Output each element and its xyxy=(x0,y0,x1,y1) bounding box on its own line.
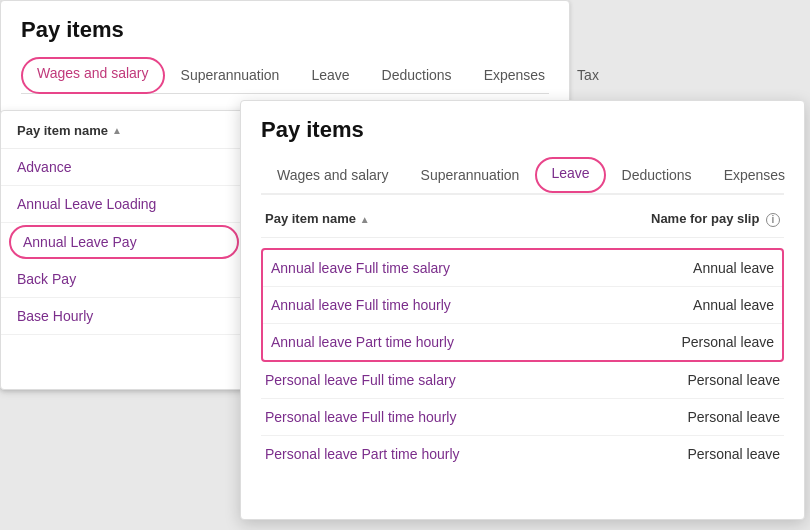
left-panel: Pay item name ▲ Advance Annual Leave Loa… xyxy=(0,110,248,390)
tab-back-wages[interactable]: Wages and salary xyxy=(21,57,165,94)
info-icon[interactable]: i xyxy=(766,213,780,227)
normal-rows-section: Personal leave Full time salary Personal… xyxy=(261,362,784,472)
list-item-annual-leave-pay[interactable]: Annual Leave Pay xyxy=(9,225,239,259)
tab-front-leave[interactable]: Leave xyxy=(535,157,605,193)
pay-item-name-col-header: Pay item name ▲ xyxy=(17,123,231,138)
row-name-2[interactable]: Annual leave Full time hourly xyxy=(271,297,451,313)
list-item-back-pay[interactable]: Back Pay xyxy=(1,261,247,298)
row-name-3[interactable]: Annual leave Part time hourly xyxy=(271,334,454,350)
tab-back-super[interactable]: Superannuation xyxy=(165,57,296,93)
pay-item-list: Advance Annual Leave Loading Annual Leav… xyxy=(1,149,247,335)
back-panel-header: Pay items Wages and salary Superannuatio… xyxy=(1,1,569,94)
boxed-rows-section: Annual leave Full time salary Annual lea… xyxy=(261,248,784,362)
table-row: Personal leave Full time salary Personal… xyxy=(261,362,784,399)
tab-front-deductions[interactable]: Deductions xyxy=(606,157,708,193)
tab-back-leave[interactable]: Leave xyxy=(295,57,365,93)
row-name-5[interactable]: Personal leave Full time hourly xyxy=(265,409,456,425)
front-panel: Pay items Wages and salary Superannuatio… xyxy=(240,100,805,520)
front-panel-header: Pay items Wages and salary Superannuatio… xyxy=(241,101,804,195)
table-row: Annual leave Part time hourly Personal l… xyxy=(263,324,782,360)
col-header-name: Pay item name ▲ xyxy=(265,211,370,227)
tab-front-super[interactable]: Superannuation xyxy=(405,157,536,193)
row-slip-1: Annual leave xyxy=(693,260,774,276)
list-item-base-hourly[interactable]: Base Hourly xyxy=(1,298,247,335)
col-header-slip: Name for pay slip i xyxy=(651,211,780,227)
row-name-4[interactable]: Personal leave Full time salary xyxy=(265,372,456,388)
table-row: Annual leave Full time salary Annual lea… xyxy=(263,250,782,287)
front-col-headers: Pay item name ▲ Name for pay slip i xyxy=(261,211,784,238)
front-panel-title: Pay items xyxy=(261,117,784,143)
back-panel-tabs: Wages and salary Superannuation Leave De… xyxy=(21,57,549,94)
list-item-annual-leave-loading[interactable]: Annual Leave Loading xyxy=(1,186,247,223)
front-panel-tabs: Wages and salary Superannuation Leave De… xyxy=(261,157,784,195)
tab-back-deductions[interactable]: Deductions xyxy=(366,57,468,93)
row-name-1[interactable]: Annual leave Full time salary xyxy=(271,260,450,276)
left-panel-header: Pay item name ▲ xyxy=(1,111,247,149)
tab-front-wages[interactable]: Wages and salary xyxy=(261,157,405,193)
row-slip-4: Personal leave xyxy=(687,372,780,388)
table-row: Personal leave Full time hourly Personal… xyxy=(261,399,784,436)
back-panel-title: Pay items xyxy=(21,17,549,43)
list-item-advance[interactable]: Advance xyxy=(1,149,247,186)
sort-icon: ▲ xyxy=(112,125,122,136)
row-name-6[interactable]: Personal leave Part time hourly xyxy=(265,446,460,462)
front-content: Pay item name ▲ Name for pay slip i Annu… xyxy=(241,195,804,488)
tab-front-expenses[interactable]: Expenses xyxy=(708,157,801,193)
table-row: Personal leave Part time hourly Personal… xyxy=(261,436,784,472)
row-slip-6: Personal leave xyxy=(687,446,780,462)
tab-front-tax[interactable]: Tax xyxy=(801,157,810,193)
table-row: Annual leave Full time hourly Annual lea… xyxy=(263,287,782,324)
row-slip-2: Annual leave xyxy=(693,297,774,313)
tab-back-tax[interactable]: Tax xyxy=(561,57,615,93)
tab-back-expenses[interactable]: Expenses xyxy=(468,57,561,93)
row-slip-5: Personal leave xyxy=(687,409,780,425)
row-slip-3: Personal leave xyxy=(681,334,774,350)
col-sort-icon: ▲ xyxy=(360,214,370,225)
